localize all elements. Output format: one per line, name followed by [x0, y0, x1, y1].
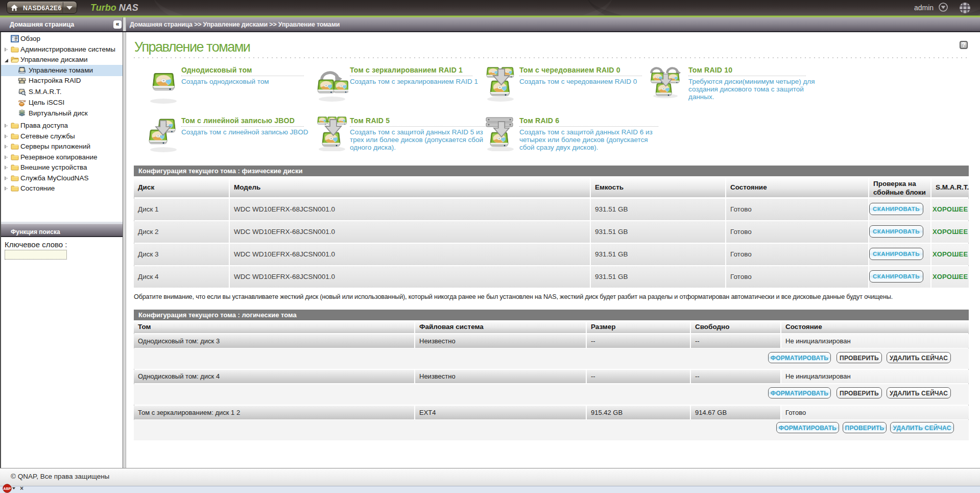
svg-text:ABP: ABP [4, 487, 11, 490]
svg-text:iSCSI: iSCSI [18, 100, 26, 103]
